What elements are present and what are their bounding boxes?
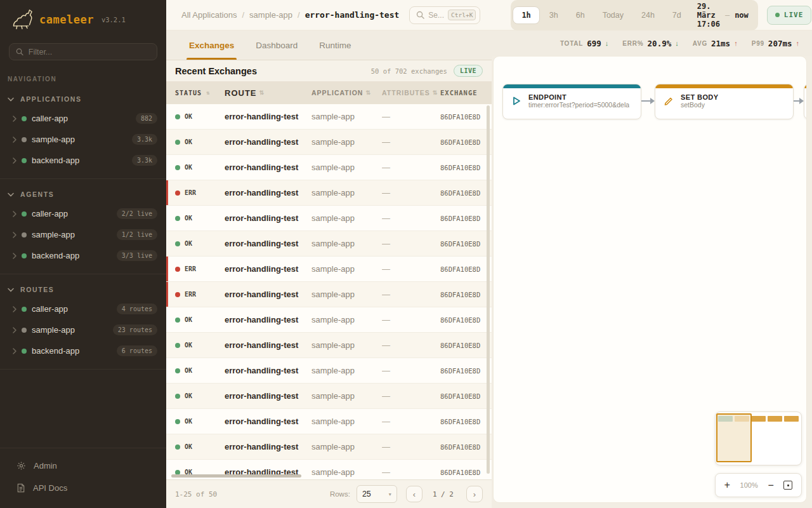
minimap-viewport[interactable]	[716, 413, 752, 462]
column-header-exchange[interactable]: EXCHANGE	[440, 89, 492, 97]
tab-exchanges[interactable]: Exchanges	[189, 30, 234, 60]
column-header-status[interactable]: STATUS⇅	[175, 90, 225, 97]
section-header-agents[interactable]: AGENTS	[0, 184, 166, 203]
cell-route: error-handling-test	[225, 239, 311, 248]
cell-route: error-handling-test	[225, 264, 311, 274]
table-row[interactable]: ERR error-handling-test sample-app — 86D…	[166, 257, 492, 282]
live-toggle-button[interactable]: LIVE	[767, 6, 812, 25]
sidebar-item[interactable]: backend-app 3/3 live	[0, 245, 166, 266]
timerange-option[interactable]: 7d	[664, 6, 690, 24]
status-dot	[175, 419, 180, 424]
table-row[interactable]: OK error-handling-test sample-app — 86DF…	[166, 155, 492, 180]
status-dot	[175, 343, 180, 348]
breadcrumb-app[interactable]: sample-app	[249, 10, 292, 20]
cell-attributes: —	[382, 213, 440, 223]
filter-input[interactable]	[29, 48, 150, 57]
sidebar-item[interactable]: caller-app 2/2 live	[0, 203, 166, 224]
sort-icon[interactable]: ⇅	[365, 90, 371, 96]
exchanges-panel: Exchanges Dashboard Runtime Recent Excha…	[166, 30, 492, 508]
table-row[interactable]: OK error-handling-test sample-app — 86DF…	[166, 409, 492, 434]
table-row[interactable]: OK error-handling-test sample-app — 86DF…	[166, 434, 492, 460]
table-row[interactable]: OK error-handling-test sample-app — 86DF…	[166, 333, 492, 358]
sidebar-item-label: sample-app	[32, 135, 127, 144]
status-dot	[175, 368, 180, 373]
status-dot	[22, 116, 27, 121]
column-header-route[interactable]: ROUTE⇅	[225, 88, 311, 98]
zoom-out-button[interactable]: −	[768, 479, 773, 491]
status-dot	[175, 444, 180, 450]
cell-attributes: —	[382, 391, 440, 401]
sort-icon[interactable]: ⇅	[206, 90, 210, 96]
trend-arrow-icon: ↑	[734, 39, 738, 47]
cell-route: error-handling-test	[225, 417, 311, 426]
sidebar-item[interactable]: sample-app 1/2 live	[0, 224, 166, 245]
sidebar-item-badge: 1/2 live	[117, 229, 157, 240]
rows-per-page-value: 25	[362, 490, 371, 498]
table-title: Recent Exchanges	[175, 66, 365, 76]
table-row[interactable]: OK error-handling-test sample-app — 86DF…	[166, 358, 492, 384]
flow-node-set-body[interactable]: SET BODY setBody	[655, 84, 794, 119]
zoom-in-button[interactable]: +	[724, 479, 730, 491]
breadcrumb-root[interactable]: All Applications	[181, 10, 237, 20]
section-items: caller-app 4 routes sample-app 23 routes	[0, 298, 166, 361]
zoom-controls: + 100% −	[715, 473, 802, 497]
sidebar-item-api-docs[interactable]: API Docs	[0, 477, 166, 499]
sidebar-item-badge: 6 routes	[117, 345, 157, 356]
rows-per-page-select[interactable]: 25 ▾	[357, 485, 397, 503]
cell-exchange-id: 86DFA10E8D	[440, 392, 492, 400]
sidebar-item[interactable]: backend-app 6 routes	[0, 340, 166, 361]
sidebar-item-admin[interactable]: Admin	[0, 455, 166, 477]
next-page-button[interactable]: ›	[466, 486, 483, 502]
cell-route: error-handling-test	[225, 290, 311, 299]
timerange-option[interactable]: Today	[594, 6, 632, 24]
sidebar-item[interactable]: caller-app 4 routes	[0, 298, 166, 319]
timerange-option[interactable]: 3h	[541, 6, 566, 24]
tab-dashboard[interactable]: Dashboard	[256, 30, 298, 60]
column-header-application[interactable]: APPLICATION⇅	[311, 89, 382, 97]
sort-icon[interactable]: ⇅	[433, 90, 438, 96]
vertical-scrollbar[interactable]	[487, 105, 490, 474]
sidebar-item[interactable]: sample-app 23 routes	[0, 319, 166, 340]
sidebar-filter[interactable]	[9, 43, 157, 60]
range-to: now	[735, 11, 749, 20]
section-header-applications[interactable]: APPLICATIONS	[0, 89, 166, 108]
table-row[interactable]: OK error-handling-test sample-app — 86DF…	[166, 231, 492, 257]
breadcrumb-separator: /	[298, 10, 300, 20]
timerange-custom[interactable]: 29. März 17:06 — now	[691, 2, 756, 29]
table-row[interactable]: ERR error-handling-test sample-app — 86D…	[166, 282, 492, 307]
timerange-option[interactable]: 6h	[568, 6, 593, 24]
table-row[interactable]: OK error-handling-test sample-app — 86DF…	[166, 307, 492, 333]
tab-runtime[interactable]: Runtime	[319, 30, 351, 60]
sidebar-item[interactable]: caller-app 882	[0, 108, 166, 129]
timerange-option[interactable]: 1h	[513, 6, 539, 24]
horizontal-scrollbar[interactable]	[171, 474, 301, 478]
flow-node-endpoint[interactable]: ENDPOINT timer:errorTest?period=5000&del…	[502, 84, 641, 119]
table-row[interactable]: OK error-handling-test sample-app — 86DF…	[166, 384, 492, 409]
sidebar-item[interactable]: backend-app 3.3k	[0, 150, 166, 171]
table-row[interactable]: OK error-handling-test sample-app — 86DF…	[166, 104, 492, 130]
fit-view-icon[interactable]	[783, 481, 792, 490]
prev-page-button[interactable]: ‹	[406, 486, 422, 502]
stats-bar: TOTAL 699 ↓ ERR% 20.9% ↓ AVG 21ms ↑	[492, 30, 812, 56]
flow-canvas[interactable]: ENDPOINT timer:errorTest?period=5000&del…	[493, 56, 807, 503]
table-row[interactable]: ERR error-handling-test sample-app — 86D…	[166, 180, 492, 206]
cell-route: error-handling-test	[225, 188, 311, 197]
column-header-attributes[interactable]: ATTRIBUTES⇅	[382, 89, 440, 97]
table-row[interactable]: OK error-handling-test sample-app — 86DF…	[166, 130, 492, 155]
logo-row[interactable]: cameleer v3.2.1	[0, 0, 166, 38]
sidebar-item-label: backend-app	[32, 156, 127, 165]
cell-application: sample-app	[311, 442, 382, 451]
sidebar-item[interactable]: sample-app 3.3k	[0, 129, 166, 150]
global-search[interactable]: Se... Ctrl+K	[409, 6, 480, 24]
cell-route: error-handling-test	[225, 112, 311, 121]
sort-icon[interactable]: ⇅	[259, 90, 265, 96]
cell-application: sample-app	[311, 340, 382, 350]
table-row[interactable]: OK error-handling-test sample-app — 86DF…	[166, 206, 492, 231]
timerange-option[interactable]: 24h	[633, 6, 663, 24]
flow-node-clipped[interactable]	[804, 84, 807, 119]
section-header-routes[interactable]: ROUTES	[0, 279, 166, 298]
status-dot	[22, 349, 27, 354]
live-label: LIVE	[784, 11, 804, 19]
minimap[interactable]	[715, 411, 802, 465]
node-accent-bar	[804, 84, 807, 88]
